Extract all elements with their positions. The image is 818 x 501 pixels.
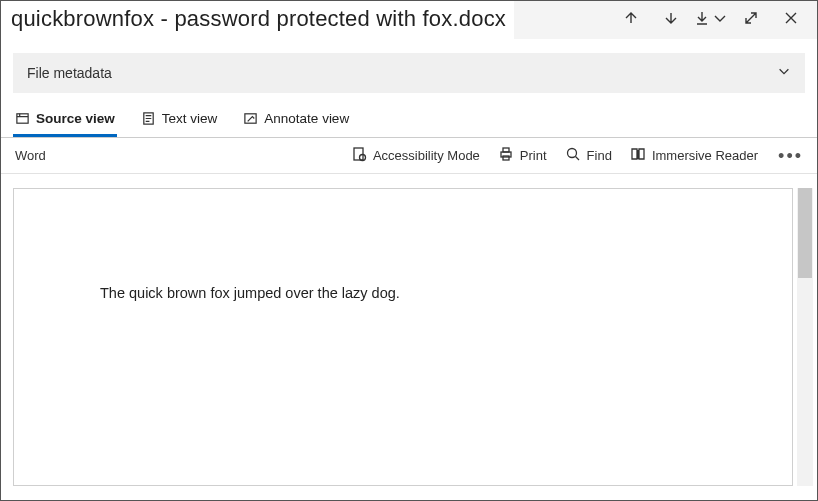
book-icon — [630, 146, 646, 165]
window-title: quickbrownfox - password protected with … — [1, 2, 514, 38]
immersive-reader-button[interactable]: Immersive Reader — [630, 146, 758, 165]
expand-icon — [743, 10, 759, 30]
document-body-text: The quick brown fox jumped over the lazy… — [100, 285, 706, 301]
document-wrapper: The quick brown fox jumped over the lazy… — [1, 174, 797, 500]
document-page: The quick brown fox jumped over the lazy… — [13, 188, 793, 486]
document-toolbar: Word Accessibility Mode Print Find Immer… — [1, 138, 817, 174]
ellipsis-icon: ••• — [778, 147, 803, 165]
print-button[interactable]: Print — [498, 146, 547, 165]
accessibility-mode-button[interactable]: Accessibility Mode — [351, 146, 480, 165]
tool-label: Accessibility Mode — [373, 148, 480, 163]
tab-label: Annotate view — [264, 111, 349, 126]
tab-source-view[interactable]: Source view — [13, 105, 117, 137]
file-metadata-bar[interactable]: File metadata — [13, 53, 805, 93]
scroll-thumb[interactable] — [798, 188, 812, 278]
title-bar: quickbrownfox - password protected with … — [1, 1, 817, 39]
svg-rect-0 — [17, 114, 28, 123]
tool-label: Print — [520, 148, 547, 163]
previous-button[interactable] — [611, 1, 651, 39]
svg-rect-7 — [503, 156, 509, 160]
tool-label: Immersive Reader — [652, 148, 758, 163]
view-tabs: Source view Text view Annotate view — [1, 101, 817, 138]
expand-button[interactable] — [731, 1, 771, 39]
chevron-down-icon — [712, 10, 728, 30]
arrow-down-icon — [663, 10, 679, 30]
window-controls — [611, 1, 817, 39]
tab-label: Source view — [36, 111, 115, 126]
find-button[interactable]: Find — [565, 146, 612, 165]
download-button[interactable] — [691, 1, 731, 39]
source-view-icon — [15, 111, 30, 126]
app-label: Word — [15, 148, 46, 163]
next-button[interactable] — [651, 1, 691, 39]
tab-label: Text view — [162, 111, 218, 126]
svg-point-8 — [567, 149, 576, 158]
download-icon — [694, 10, 710, 30]
close-button[interactable] — [771, 1, 811, 39]
accessibility-icon — [351, 146, 367, 165]
tab-text-view[interactable]: Text view — [139, 105, 220, 137]
document-viewport: The quick brown fox jumped over the lazy… — [1, 174, 817, 500]
chevron-down-icon — [777, 64, 791, 82]
close-icon — [783, 10, 799, 30]
print-icon — [498, 146, 514, 165]
vertical-scrollbar[interactable] — [797, 188, 813, 486]
titlebar-spacer — [514, 1, 611, 39]
annotate-view-icon — [243, 111, 258, 126]
search-icon — [565, 146, 581, 165]
text-view-icon — [141, 111, 156, 126]
tab-annotate-view[interactable]: Annotate view — [241, 105, 351, 137]
arrow-up-icon — [623, 10, 639, 30]
file-metadata-label: File metadata — [27, 65, 112, 81]
tool-label: Find — [587, 148, 612, 163]
more-options-button[interactable]: ••• — [778, 147, 803, 165]
svg-rect-6 — [503, 148, 509, 152]
